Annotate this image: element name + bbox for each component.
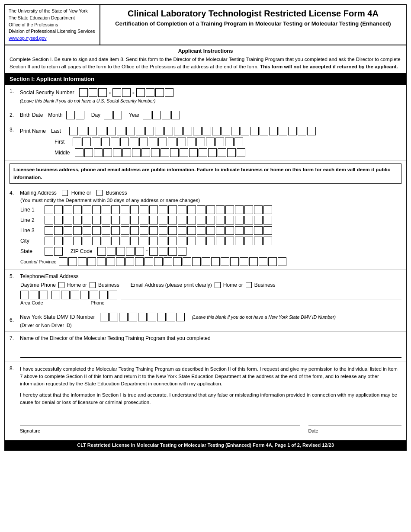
ssn-box-3[interactable]	[98, 88, 107, 97]
email-label: Email Address (please print clearly)	[131, 282, 212, 288]
instructions-section: Applicant Instructions Complete Section …	[5, 45, 406, 74]
section1-header: Section I: Applicant Information	[5, 74, 406, 85]
mailing-home-checkbox[interactable]	[62, 190, 68, 196]
date-label: Date	[308, 428, 402, 433]
dmv-label: New York State DMV ID Number	[20, 314, 95, 320]
middle-label: Middle	[55, 150, 70, 156]
phone-boxes	[51, 291, 117, 299]
email-input-line[interactable]	[121, 291, 401, 299]
mailing-notify: (You must notify the Department within 3…	[20, 198, 401, 203]
addr-line3-row: Line 3	[20, 226, 401, 235]
date-line[interactable]	[308, 413, 402, 426]
ssn-note: (Leave this blank if you do not have a U…	[20, 98, 173, 103]
last-name-boxes	[69, 127, 316, 135]
instructions-title: Applicant Instructions	[10, 48, 401, 54]
month-boxes	[66, 111, 84, 119]
dmv-note: (Leave this blank if you do not have a N…	[192, 314, 335, 320]
addr-line2-row: Line 2	[20, 216, 401, 224]
first-name-boxes	[73, 138, 243, 146]
phone-business-checkbox[interactable]	[90, 282, 96, 288]
item5-number: 5.	[10, 273, 18, 279]
item3-number: 3.	[10, 127, 18, 133]
year-box-2[interactable]	[152, 111, 161, 119]
item-mailing: 4. Mailing Address Home or Business (You…	[5, 186, 406, 270]
month-box-1[interactable]	[66, 111, 75, 119]
attestation-para1: I have successfully completed the Molecu…	[20, 365, 401, 388]
org-link[interactable]: www.op.nysed.gov	[9, 35, 47, 41]
item6-number: 6.	[10, 317, 18, 323]
first-label: First	[55, 139, 67, 145]
director-label: Name of the Director of the Molecular Te…	[20, 335, 211, 341]
item-ssn: 1. Social Security Number -	[5, 85, 406, 107]
org-line4: Division of Professional Licensing Servi…	[9, 28, 96, 35]
ssn-box-7[interactable]	[146, 88, 154, 97]
day-box-1[interactable]	[104, 111, 112, 119]
form-header: The University of the State of New York …	[5, 5, 406, 45]
state-label: State	[20, 248, 42, 254]
email-business-checkbox[interactable]	[246, 282, 252, 288]
line1-label: Line 1	[20, 207, 42, 213]
item-dmv: 6. New York State DMV ID Number (Leave t…	[5, 309, 406, 332]
form-subtitle: Certification of Completion of a Trainin…	[106, 20, 401, 27]
warning-box: Licensee business address, phone and ema…	[10, 163, 401, 184]
org-line1: The University of the State of New York	[9, 8, 96, 15]
day-box-2[interactable]	[113, 111, 122, 119]
phone-home-checkbox[interactable]	[58, 282, 64, 288]
dmv-boxes	[100, 313, 185, 321]
year-box-3[interactable]	[162, 111, 170, 119]
header-org-info: The University of the State of New York …	[5, 5, 100, 45]
ssn-box-5[interactable]	[122, 88, 131, 97]
org-line2: The State Education Department	[9, 15, 96, 22]
country-label: Country/ Province	[20, 259, 56, 264]
day-label: Day	[91, 112, 100, 118]
email-business-label: Business	[254, 282, 276, 288]
org-line3: Office of the Professions	[9, 22, 96, 29]
birthdate-label: Birth Date	[20, 112, 43, 118]
director-name-line[interactable]	[20, 345, 401, 358]
line2-label: Line 2	[20, 217, 42, 223]
ssn-box-4[interactable]	[112, 88, 121, 97]
middle-name-boxes	[75, 148, 245, 157]
ssn-box-2[interactable]	[89, 88, 97, 97]
warning-text: business address, phone and email addres…	[13, 167, 390, 179]
dmv-sublabel: (Driver or Non-Driver ID)	[20, 323, 336, 328]
item7-number: 7.	[10, 335, 18, 341]
instructions-bold: This form will not be accepted if return…	[260, 64, 398, 69]
item-attestation: 8. I have successfully completed the Mol…	[5, 362, 406, 440]
email-home-checkbox[interactable]	[215, 282, 221, 288]
telephone-label: Telephone/Email Address	[20, 273, 78, 279]
ssn-boxes: - -	[79, 88, 173, 97]
attestation-para2: I hereby attest that the information in …	[20, 391, 401, 407]
item-telephone: 5. Telephone/Email Address Daytime Phone…	[5, 270, 406, 309]
line3-label: Line 3	[20, 228, 42, 234]
area-code-sub-label: Area Code	[20, 300, 43, 305]
ssn-box-1[interactable]	[79, 88, 88, 97]
day-boxes	[104, 111, 122, 119]
year-boxes	[143, 111, 180, 119]
month-box-2[interactable]	[76, 111, 84, 119]
signature-line[interactable]	[20, 413, 300, 426]
year-box-1[interactable]	[143, 111, 151, 119]
ssn-label: Social Security Number	[20, 90, 74, 96]
last-label: Last	[51, 128, 64, 134]
header-title-area: Clinical Laboratory Technologist Restric…	[100, 5, 406, 45]
phone-home-label: Home or	[67, 282, 87, 288]
printname-label: Print Name	[20, 128, 46, 134]
ssn-box-8[interactable]	[155, 88, 164, 97]
item-printname: 3. Print Name Last	[5, 123, 406, 161]
phone-business-label: Business	[98, 282, 119, 288]
addr-country-row: Country/ Province	[20, 257, 401, 266]
ssn-box-6[interactable]	[136, 88, 145, 97]
ssn-box-9[interactable]	[165, 88, 173, 97]
area-code-boxes	[20, 291, 48, 299]
addr-city-row: City	[20, 237, 401, 245]
year-label: Year	[129, 112, 139, 118]
warning-licensee: Licensee	[13, 167, 35, 172]
mailing-business-checkbox[interactable]	[96, 190, 103, 196]
item4-number: 4.	[10, 190, 18, 196]
year-box-4[interactable]	[171, 111, 180, 119]
item-birthdate: 2. Birth Date Month Day Year	[5, 107, 406, 123]
month-label: Month	[48, 112, 62, 118]
zip-label: ZIP Code	[71, 248, 92, 254]
city-label: City	[20, 238, 42, 244]
